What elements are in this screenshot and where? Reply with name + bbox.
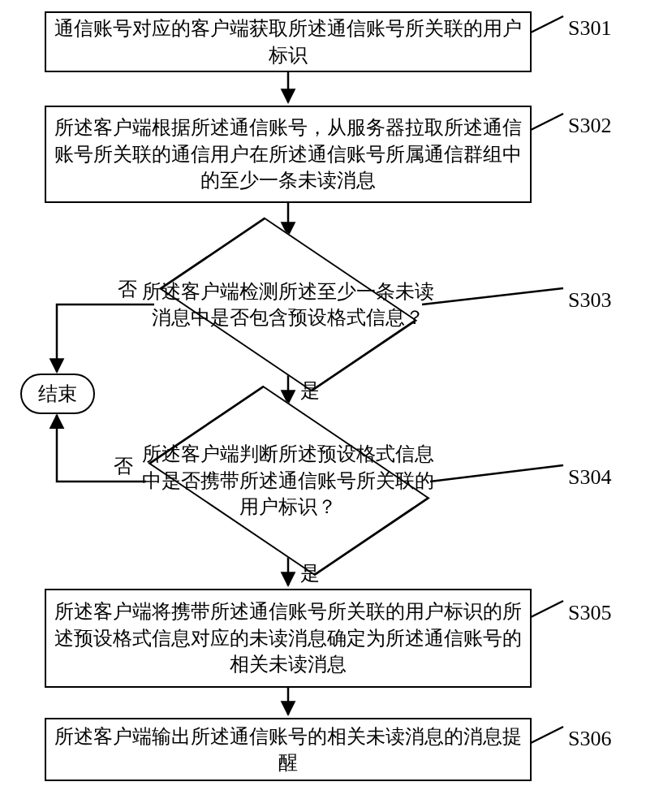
step-s302-box: 所述客户端根据所述通信账号，从服务器拉取所述通信账号所关联的通信用户在所述通信账…: [45, 106, 532, 203]
step-s301-text: 通信账号对应的客户端获取所述通信账号所关联的用户标识: [54, 15, 522, 68]
step-s305-text: 所述客户端将携带所述通信账号所关联的用户标识的所述预设格式信息对应的未读消息确定…: [54, 598, 522, 677]
svg-line-5: [531, 16, 563, 32]
edge-s303-no: 否: [118, 276, 137, 302]
step-s306-text: 所述客户端输出所述通信账号的相关未读消息的消息提醒: [54, 723, 522, 776]
step-s302-code: S302: [568, 114, 611, 138]
edge-s304-no: 否: [114, 453, 133, 479]
decision-s304-text: 所述客户端判断所述预设格式信息中是否携带所述通信账号所关联的用户标识？: [142, 416, 434, 546]
step-s303-code: S303: [568, 288, 611, 313]
step-s306-code: S306: [568, 727, 611, 751]
decision-s303-text: 所述客户端检测所述至少一条未读消息中是否包含预设格式信息？: [142, 244, 434, 365]
step-s301-box: 通信账号对应的客户端获取所述通信账号所关联的用户标识: [45, 11, 532, 72]
step-s304-code: S304: [568, 465, 611, 490]
step-s301-code: S301: [568, 16, 611, 41]
svg-line-9: [531, 601, 563, 617]
decision-s304: 所述客户端判断所述预设格式信息中是否携带所述通信账号所关联的用户标识？: [146, 404, 430, 557]
decision-s303: 所述客户端检测所述至少一条未读消息中是否包含预设格式信息？: [154, 235, 422, 374]
edge-s304-yes: 是: [300, 560, 320, 586]
terminal-end: 结束: [20, 374, 95, 414]
svg-line-10: [531, 727, 563, 743]
terminal-end-text: 结束: [38, 381, 77, 407]
step-s306-box: 所述客户端输出所述通信账号的相关未读消息的消息提醒: [45, 718, 532, 781]
svg-line-8: [430, 465, 563, 482]
svg-line-7: [422, 288, 563, 304]
svg-line-6: [531, 114, 563, 130]
step-s302-text: 所述客户端根据所述通信账号，从服务器拉取所述通信账号所关联的通信用户在所述通信账…: [54, 114, 522, 193]
step-s305-code: S305: [568, 601, 611, 625]
step-s305-box: 所述客户端将携带所述通信账号所关联的用户标识的所述预设格式信息对应的未读消息确定…: [45, 589, 532, 688]
edge-s303-yes: 是: [300, 378, 320, 404]
